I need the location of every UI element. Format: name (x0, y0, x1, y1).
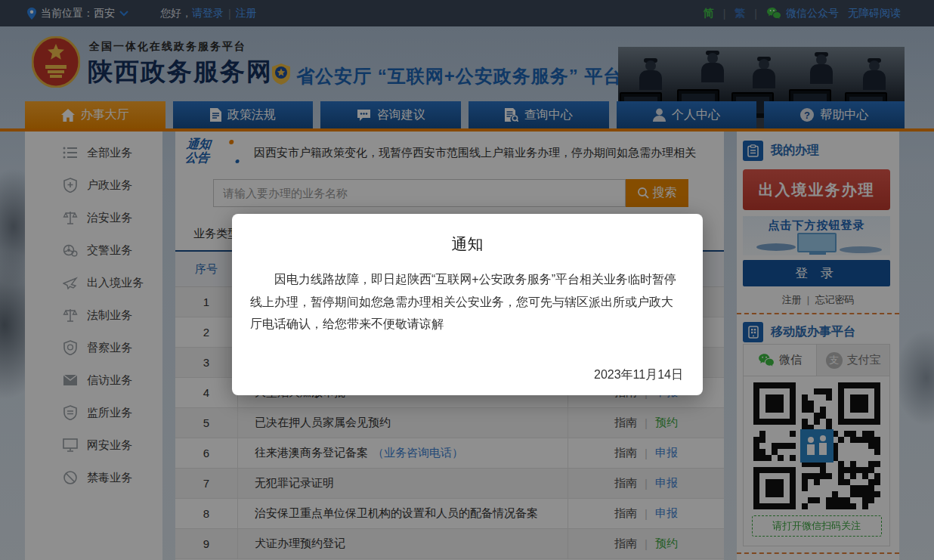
modal-date: 2023年11月14日 (594, 367, 683, 383)
modal-body-text: 因电力线路故障，即日起陕西“互联网+公安政务服务”平台相关业务临时暂停线上办理，… (250, 268, 685, 336)
notice-modal: 通知 因电力线路故障，即日起陕西“互联网+公安政务服务”平台相关业务临时暂停线上… (232, 214, 703, 395)
page: 当前位置：西安 您好， 请登录 | 注册 简 | 繁 | 微信公众号 无障碍阅读… (0, 0, 934, 560)
modal-title: 通知 (232, 234, 703, 255)
